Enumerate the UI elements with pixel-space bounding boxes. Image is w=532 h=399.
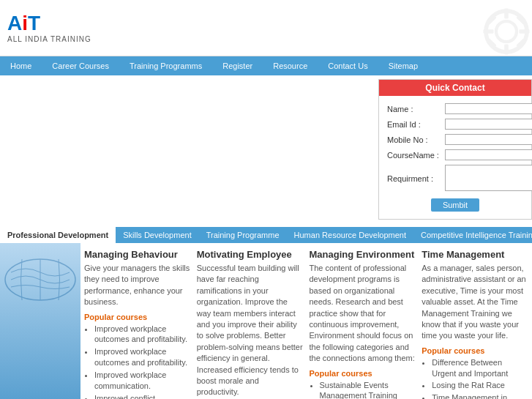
svg-rect-5 xyxy=(520,29,530,34)
main-content: Quick Contact Name : Email Id : Mobile N… xyxy=(0,75,532,223)
list-item: Improved conflict-resolution. xyxy=(94,393,191,399)
qc-requirement-row: Requirment : xyxy=(385,163,532,194)
tabs-bar: Professional Development Skills Developm… xyxy=(0,227,532,243)
popular-title-1: Popular courses xyxy=(84,313,191,321)
tab-competitive-intelligence[interactable]: Competitive Intelligence Training xyxy=(413,227,532,243)
gear-icon xyxy=(481,6,525,50)
qc-name-row: Name : xyxy=(385,102,532,116)
svg-rect-4 xyxy=(484,29,494,34)
course-list-3: Sustainable Events Management Training C… xyxy=(310,380,416,399)
section-title-4: Time Management xyxy=(422,249,528,260)
quick-contact-panel: Quick Contact Name : Email Id : Mobile N… xyxy=(378,79,532,220)
popular-title-4: Popular courses xyxy=(422,346,528,355)
nav-home[interactable]: Home xyxy=(0,56,42,75)
logo-area: AiT ALL INDIA TRAINING xyxy=(7,13,91,43)
qc-requirement-input[interactable] xyxy=(445,165,532,191)
nav-contact-us[interactable]: Contact Us xyxy=(318,56,378,75)
header: AiT ALL INDIA TRAINING xyxy=(0,0,532,56)
logo-t: T xyxy=(28,12,40,34)
submit-button[interactable]: Sumbit xyxy=(431,198,479,212)
sections-row: 👥 Managing Behaviour Give your managers … xyxy=(0,243,532,399)
nav-register[interactable]: Register xyxy=(212,56,263,75)
qc-course-label: CourseName : xyxy=(385,148,441,162)
qc-email-label: Email Id : xyxy=(385,117,441,131)
svg-rect-3 xyxy=(504,45,509,55)
list-item: Improved workplace outcomes and profitab… xyxy=(94,324,191,346)
sections-container: Managing Behaviour Give your managers th… xyxy=(80,243,532,399)
section-intro-2: Successful team building will have far r… xyxy=(197,263,304,398)
world-map-icon xyxy=(4,258,77,302)
qc-requirement-label: Requirment : xyxy=(385,163,441,194)
qc-email-row: Email Id : xyxy=(385,117,532,131)
section-managing-environment: Managing Environment The content of prof… xyxy=(310,249,416,399)
qc-box: Quick Contact Name : Email Id : Mobile N… xyxy=(378,79,532,220)
section-time-management: Time Management As a manager, sales pers… xyxy=(422,249,528,399)
list-item: Sustainable Events Management Training C… xyxy=(320,380,416,399)
tab-human-resource[interactable]: Human Resource Development xyxy=(287,227,413,243)
nav-training-programms[interactable]: Training Programms xyxy=(119,56,212,75)
content-area xyxy=(0,79,375,220)
tab-training-programme[interactable]: Training Programme xyxy=(199,227,287,243)
popular-title-3: Popular courses xyxy=(310,369,416,378)
list-item: Losing the Rat Race xyxy=(432,380,528,391)
list-item: Difference Between Urgent and Important xyxy=(432,357,528,379)
qc-table: Name : Email Id : Mobile No : CourseName… xyxy=(383,100,532,195)
svg-rect-2 xyxy=(504,9,509,19)
list-item: Time Management in Tough Times xyxy=(432,392,528,399)
left-image-panel: 👥 xyxy=(0,243,80,399)
qc-name-input[interactable] xyxy=(445,103,532,114)
section-title-2: Motivating Employee xyxy=(197,249,304,260)
qc-form: Name : Email Id : Mobile No : CourseName… xyxy=(379,96,531,219)
logo-subtext: ALL INDIA TRAINING xyxy=(7,35,91,43)
qc-name-label: Name : xyxy=(385,102,441,116)
qc-course-input[interactable] xyxy=(445,149,532,160)
section-intro-3: The content of professional development … xyxy=(310,263,416,365)
section-intro-4: As a manager, sales person, administrati… xyxy=(422,263,528,342)
course-list-4: Difference Between Urgent and Important … xyxy=(422,357,528,399)
course-list-1: Improved workplace outcomes and profitab… xyxy=(84,324,191,399)
qc-course-row: CourseName : xyxy=(385,148,532,162)
qc-email-input[interactable] xyxy=(445,119,532,130)
nav-career-courses[interactable]: Career Courses xyxy=(42,56,119,75)
list-item: Improved workplace communication. xyxy=(94,370,191,392)
list-item: Improved workplace outcomes and profitab… xyxy=(94,346,191,368)
qc-mobile-row: Mobile No : xyxy=(385,133,532,146)
qc-mobile-input[interactable] xyxy=(445,134,532,145)
logo-a: A xyxy=(7,12,22,34)
nav-sitemap[interactable]: Sitemap xyxy=(378,56,428,75)
nav-resource[interactable]: Resource xyxy=(263,56,318,75)
svg-point-1 xyxy=(496,21,517,42)
logo-i: i xyxy=(22,12,28,34)
section-motivating-employee: Motivating Employee Successful team buil… xyxy=(197,249,304,399)
tab-professional-development[interactable]: Professional Development xyxy=(0,227,116,243)
section-managing-behaviour: Managing Behaviour Give your managers th… xyxy=(84,249,191,399)
nav: Home Career Courses Training Programms R… xyxy=(0,56,532,75)
section-title-1: Managing Behaviour xyxy=(84,249,191,260)
qc-mobile-label: Mobile No : xyxy=(385,133,441,146)
logo-text: AiT xyxy=(7,13,91,34)
section-title-3: Managing Environment xyxy=(310,249,416,260)
qc-header: Quick Contact xyxy=(379,80,531,96)
tab-skills-development[interactable]: Skills Development xyxy=(116,227,199,243)
section-intro-1: Give your managers the skills they need … xyxy=(84,263,191,308)
